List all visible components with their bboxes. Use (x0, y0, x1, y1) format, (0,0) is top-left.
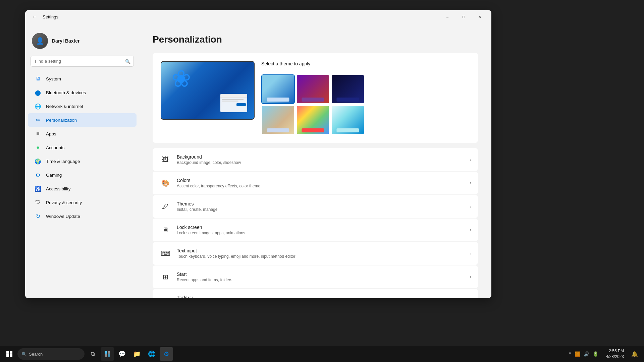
theme-thumb-windows-dark-blue[interactable] (331, 74, 365, 104)
clock[interactable]: 2:55 PM 4/28/2023 (603, 348, 627, 360)
settings-window: ← Settings – □ ✕ 👤 Daryl Baxter 🔍 (25, 10, 491, 298)
theme-thumb-windows-light[interactable] (261, 74, 295, 104)
theme-thumb-windows-dark-pink[interactable] (296, 74, 330, 104)
theme-section-label: Select a theme to apply (261, 61, 365, 66)
settings-item-start[interactable]: ⊞ Start Recent apps and items, folders › (153, 265, 478, 288)
window-title: Settings (43, 14, 58, 19)
system-tray: ^ 📶 🔊 🔋 (565, 351, 602, 357)
user-name: Daryl Baxter (52, 38, 80, 44)
sidebar-item-privacy[interactable]: 🛡 Privacy & security (28, 196, 137, 209)
edge-button[interactable]: 🌐 (145, 347, 158, 361)
settings-item-taskbar[interactable]: ▬ Taskbar Taskbar behaviors, system pins… (153, 289, 478, 298)
sidebar-item-system[interactable]: 🖥 System (28, 72, 137, 85)
maximize-button[interactable]: □ (456, 11, 471, 22)
close-button[interactable]: ✕ (472, 11, 487, 22)
sidebar-item-label-time: Time & language (46, 159, 80, 164)
theme-section: ❀ (153, 53, 478, 143)
lockscreen-settings-icon: 🖥 (159, 224, 171, 236)
settings-item-textinput[interactable]: ⌨ Text input Touch keyboard, voice typin… (153, 242, 478, 265)
svg-rect-0 (6, 351, 9, 354)
taskbar-search[interactable]: 🔍 Search (17, 348, 85, 360)
theme-thumb-landscape[interactable] (331, 105, 365, 135)
settings-item-desc-lockscreen: Lock screen images, apps, animations (177, 231, 465, 235)
back-button[interactable]: ← (29, 11, 40, 22)
sidebar-item-apps[interactable]: ≡ Apps (28, 127, 137, 140)
sidebar-item-time[interactable]: 🌍 Time & language (28, 155, 137, 168)
settings-item-lockscreen[interactable]: 🖥 Lock screen Lock screen images, apps, … (153, 219, 478, 241)
sidebar-item-label-network: Network & internet (46, 104, 83, 109)
taskbar-search-text: Search (29, 352, 43, 357)
settings-item-desc-themes: Install, create, manage (177, 207, 465, 212)
minimize-button[interactable]: – (440, 11, 455, 22)
privacy-nav-icon: 🛡 (35, 199, 41, 206)
start-chevron-icon: › (470, 275, 471, 279)
sidebar-item-accounts[interactable]: ● Accounts (28, 141, 137, 154)
settings-item-background[interactable]: 🖼 Background Background image, color, sl… (153, 148, 478, 171)
sidebar-item-bluetooth[interactable]: ⬤ Bluetooth & devices (28, 86, 137, 99)
teams-button[interactable]: 💬 (115, 347, 129, 361)
svg-rect-4 (105, 351, 107, 354)
settings-list: 🖼 Background Background image, color, sl… (153, 148, 478, 298)
search-input[interactable] (31, 56, 134, 67)
tray-chevron[interactable]: ^ (568, 351, 572, 357)
page-title: Personalization (153, 34, 478, 45)
taskbar-search-icon: 🔍 (21, 352, 27, 357)
titlebar-controls: – □ ✕ (440, 11, 487, 22)
widgets-button[interactable] (101, 347, 114, 361)
files-button[interactable]: 📁 (130, 347, 144, 361)
lockscreen-chevron-icon: › (470, 228, 471, 232)
sidebar-item-network[interactable]: 🌐 Network & internet (28, 100, 137, 113)
wallpaper-flower: ❀ (171, 65, 191, 93)
titlebar-left: ← Settings (29, 11, 58, 22)
network-tray-icon[interactable]: 📶 (574, 351, 581, 357)
settings-item-themes[interactable]: 🖊 Themes Install, create, manage › (153, 195, 478, 218)
personalization-nav-icon: ✏ (35, 117, 41, 123)
volume-tray-icon[interactable]: 🔊 (583, 351, 590, 357)
sidebar-item-personalization[interactable]: ✏ Personalization (28, 113, 137, 127)
colors-settings-icon: 🎨 (159, 177, 171, 189)
sidebar-item-update[interactable]: ↻ Windows Update (28, 209, 137, 223)
theme-thumb-colorful[interactable] (296, 105, 330, 135)
settings-item-colors[interactable]: 🎨 Colors Accent color, transparency effe… (153, 172, 478, 194)
system-nav-icon: 🖥 (35, 75, 41, 82)
sidebar-item-label-update: Windows Update (46, 214, 80, 219)
titlebar: ← Settings – □ ✕ (25, 10, 491, 23)
svg-rect-7 (108, 354, 110, 357)
nav-list: 🖥 System ⬤ Bluetooth & devices 🌐 Network… (25, 72, 139, 223)
themes-settings-icon: 🖊 (159, 200, 171, 213)
theme-main-preview-image: ❀ (161, 61, 255, 120)
theme-thumb-desert[interactable] (261, 105, 295, 135)
background-settings-icon: 🖼 (159, 154, 171, 166)
widgets-icon (104, 351, 110, 357)
taskbar-settings-icon: ▬ (159, 294, 171, 298)
gaming-nav-icon: ⚙ (35, 172, 41, 178)
user-profile[interactable]: 👤 Daryl Baxter (25, 29, 139, 56)
taskbar: 🔍 Search ⧉ 💬 📁 🌐 ⚙ ^ 📶 🔊 🔋 2:55 PM 4/28/… (0, 346, 644, 362)
sidebar-item-label-gaming: Gaming (46, 173, 62, 178)
settings-item-desc-start: Recent apps and items, folders (177, 278, 465, 282)
theme-grid (261, 74, 365, 135)
theme-preview: ❀ (161, 61, 470, 135)
accessibility-nav-icon: ♿ (35, 185, 41, 192)
accounts-nav-icon: ● (35, 144, 41, 151)
settings-item-desc-textinput: Touch keyboard, voice typing, emoji and … (177, 254, 465, 259)
sidebar-item-label-privacy: Privacy & security (46, 200, 82, 205)
windows-logo-icon (6, 351, 12, 357)
battery-tray-icon[interactable]: 🔋 (592, 351, 599, 357)
notification-button[interactable]: 🔔 (628, 347, 641, 361)
svg-rect-6 (105, 354, 107, 357)
sidebar-item-label-apps: Apps (46, 131, 56, 136)
svg-rect-1 (10, 351, 12, 354)
content-area: 👤 Daryl Baxter 🔍 🖥 System ⬤ Bluetooth & … (25, 23, 491, 298)
search-box: 🔍 (31, 56, 134, 67)
sidebar-item-label-personalization: Personalization (46, 118, 77, 123)
update-nav-icon: ↻ (35, 213, 41, 220)
taskview-button[interactable]: ⧉ (86, 347, 99, 361)
sidebar-item-accessibility[interactable]: ♿ Accessibility (28, 182, 137, 195)
main-content: Personalization ❀ (139, 23, 491, 298)
settings-pinned-button[interactable]: ⚙ (160, 347, 173, 361)
sidebar-item-gaming[interactable]: ⚙ Gaming (28, 168, 137, 182)
start-button[interactable] (3, 347, 16, 361)
preview-window-widget (220, 94, 247, 112)
sidebar-item-label-accessibility: Accessibility (46, 186, 71, 191)
